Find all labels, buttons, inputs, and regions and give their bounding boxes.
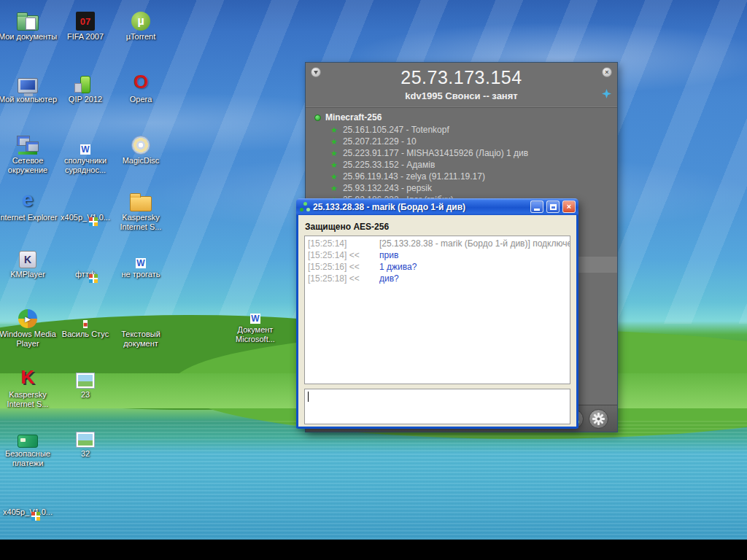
minimize-button[interactable] [530, 201, 543, 213]
chat-message: [15:25:14][25.133.28.38 - marik (Бордо 1… [308, 238, 567, 249]
desktop-icon-network-places[interactable]: Сетевое окружение [0, 128, 58, 175]
icon-box [55, 242, 116, 270]
own-ip-address: 25.73.173.154 [306, 63, 617, 88]
desktop-icon-label: Internet Explorer [0, 213, 58, 222]
chat-log[interactable]: [15:25:14][25.133.28.38 - marik (Бордо 1… [304, 236, 570, 384]
desktop-icon-folder[interactable]: Kaspersky Internet S... [110, 185, 171, 232]
task-buttons: Counter-Strike Source25.133.28.38 - mari… [0, 553, 747, 560]
member-row[interactable]: ★25.225.33.152 - Адамів [306, 159, 617, 171]
kaspersky-icon: K [21, 366, 35, 389]
desktop-icon-win-file[interactable]: x405p_V1.0... [55, 185, 116, 222]
message-text: прив [379, 250, 398, 260]
text-caret [308, 392, 309, 402]
desktop-icon-kmplayer[interactable]: KKMPlayer [0, 242, 58, 279]
desktop-icon-win-file[interactable]: x405p_V1.0... [0, 480, 58, 517]
desktop-icon-opera[interactable]: OOpera [110, 67, 171, 104]
chat-input[interactable] [304, 389, 570, 424]
image-thumb-icon [76, 432, 95, 448]
word-doc-icon: W [136, 258, 145, 268]
desktop-icon-label: 23 [55, 390, 116, 400]
close-button[interactable]: × [562, 201, 576, 213]
icon-box: ■ [55, 302, 116, 330]
desktop-icon-label: MagicDisc [110, 156, 171, 166]
desktop-icon-image-thumb[interactable]: 23 [55, 362, 116, 400]
member-row[interactable]: ★25.223.91.177 - MISHA31415926 (Лаціо) 1… [306, 147, 617, 159]
desktop-icon-utorrent[interactable]: µµTorrent [110, 4, 171, 42]
icon-glyph: ▶ [25, 315, 31, 323]
screen: Мои документы07FIFA 2007µµTorrentМой ком… [0, 0, 747, 560]
power-button[interactable] [311, 67, 321, 77]
desktop-icon-label: KMPlayer [0, 270, 58, 279]
start-label: пуск [0, 540, 23, 552]
gear-icon [592, 413, 605, 425]
start-button[interactable]: пуск [0, 540, 747, 553]
desktop-icon-label: не трогать [110, 270, 171, 279]
power-icon [314, 71, 318, 74]
qip-icon [80, 76, 90, 93]
member-star-icon: ★ [330, 149, 338, 158]
icon-glyph: W [80, 144, 90, 155]
icon-box: K [0, 362, 58, 390]
maximize-button[interactable] [546, 201, 560, 213]
icon-glyph: W [250, 314, 260, 324]
word-doc-icon: W [250, 314, 260, 324]
member-text: 25.225.33.152 - Адамів [343, 160, 435, 170]
desktop-icon-ie[interactable]: eInternet Explorer [0, 185, 58, 222]
desktop-icon-label: Безопасные платежи [0, 449, 58, 468]
message-timestamp: [15:25:14] << [308, 249, 379, 261]
icon-glyph: W [136, 258, 145, 268]
chat-body: Защищено AES-256 [15:25:14][25.133.28.38… [298, 215, 576, 424]
desktop-icon-fifa[interactable]: 07FIFA 2007 [55, 4, 116, 42]
network-list: Minecraft-256 ★25.161.105.247 - Totenkop… [306, 108, 617, 206]
icon-box [0, 128, 58, 156]
member-row[interactable]: ★25.207.21.229 - 10 [306, 136, 617, 147]
desktop-icon-bank-card[interactable]: Безопасные платежи [0, 421, 58, 468]
desktop-icon-word-doc[interactable]: Wне трогать [110, 242, 171, 279]
desktop-icon-label: Kaspersky Internet S... [0, 390, 58, 409]
minimize-icon [534, 209, 540, 211]
desktop-icon-kaspersky[interactable]: KKaspersky Internet S... [0, 362, 58, 409]
desktop-icon-label: µTorrent [110, 32, 171, 42]
icon-box [55, 421, 116, 449]
icon-box: O [110, 67, 171, 95]
desktop-icon-image-thumb[interactable]: 32 [55, 421, 116, 459]
doc-red-icon: ■ [83, 320, 88, 328]
network-row[interactable]: Minecraft-256 [306, 111, 617, 124]
member-text: 25.161.105.247 - Totenkopf [343, 125, 449, 135]
desktop-icon-wmp[interactable]: ▶Windows Media Player [0, 302, 58, 349]
desktop-icon-label: Opera [110, 95, 171, 104]
desktop-icon-my-computer[interactable]: Мой компьютер [0, 67, 58, 104]
member-row[interactable]: ★25.96.119.143 - zelya (91.211.19.17) [306, 171, 617, 182]
encryption-label: Защищено AES-256 [305, 222, 570, 232]
icon-box: W [55, 128, 116, 156]
hamachi-close-button[interactable]: × [602, 67, 612, 77]
desktop-icon-text-doc[interactable]: Текстовый документ [110, 302, 171, 349]
desktop-icon-doc-red[interactable]: ■Василь Стус [55, 302, 116, 339]
chat-title-bar[interactable]: 25.133.28.38 - marik (Бордо 1-й див) × [296, 198, 578, 215]
member-row[interactable]: ★25.161.105.247 - Totenkopf [306, 124, 617, 136]
member-star-icon: ★ [330, 173, 338, 181]
network-name: Minecraft-256 [325, 112, 382, 122]
desktop-icon-word-doc[interactable]: Wсполучники суряднос... [55, 128, 116, 175]
settings-button[interactable] [589, 409, 608, 429]
member-text: 25.223.91.177 - MISHA31415926 (Лаціо) 1 … [343, 148, 528, 158]
member-star-icon: ★ [330, 126, 338, 134]
desktop-icon-label: фттф [55, 270, 116, 279]
desktop-icon-label: 32 [55, 449, 116, 459]
chat-title: 25.133.28.38 - marik (Бордо 1-й див) [313, 202, 527, 212]
desktop-icon-label: Текстовый документ [110, 330, 171, 349]
desktop-icon-word-doc[interactable]: WДокумент Microsoft... [225, 298, 286, 344]
task-button-cs[interactable]: Counter-Strike Source [0, 553, 747, 560]
hamachi-header[interactable]: × 25.73.173.154 kdv1995 Свонси -- занят [306, 63, 617, 108]
icon-box [110, 128, 171, 156]
desktop-icon-my-documents[interactable]: Мои документы [0, 4, 58, 42]
member-list: ★25.161.105.247 - Totenkopf★25.207.21.22… [306, 124, 617, 206]
icon-box [55, 185, 116, 213]
member-row[interactable]: ★25.93.132.243 - pepsik [306, 182, 617, 194]
desktop-icon-cd[interactable]: MagicDisc [110, 128, 171, 166]
message-text: 1 джива? [379, 262, 417, 272]
member-star-icon: ★ [330, 138, 338, 146]
desktop-icon-qip[interactable]: QIP 2012 [55, 67, 116, 104]
desktop-icon-win-file[interactable]: фттф [55, 242, 116, 279]
message-text: див? [379, 273, 399, 284]
